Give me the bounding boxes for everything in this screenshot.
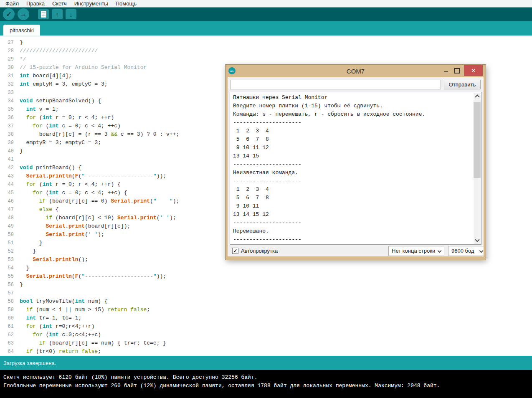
line-number: 53	[0, 256, 16, 264]
serial-output-line: ---------------------	[233, 219, 473, 227]
code-text: bool tryMoveTile(int num) {	[16, 297, 108, 306]
code-text: Serial.print(board[r][c]);	[16, 222, 130, 231]
save-sketch-button[interactable]: ↓	[66, 9, 76, 19]
open-sketch-button[interactable]: ↑	[52, 9, 63, 19]
code-text: ////////////////////////	[16, 47, 98, 55]
line-number: 31	[0, 72, 16, 80]
line-number: 45	[0, 189, 16, 197]
autoscroll-checkbox[interactable]: ✓	[232, 248, 238, 254]
autoscroll-label: Автопрокрутка	[241, 248, 278, 254]
line-ending-select[interactable]: Нет конца строки	[388, 246, 444, 256]
code-text: int tr=-1, tc=-1;	[16, 314, 81, 322]
code-line-27: 27}	[0, 38, 532, 47]
console-line: Глобальные переменные используют 260 бай…	[3, 382, 532, 390]
serial-output-text: Пятнашки через Serial MonitorВведите ном…	[233, 94, 473, 243]
line-number: 59	[0, 306, 16, 314]
serial-scrollbar[interactable]	[474, 93, 481, 244]
serial-monitor-footer: ✓ Автопрокрутка Нет конца строки 9600 бо…	[228, 245, 484, 256]
verify-button[interactable]: ✓	[3, 8, 15, 20]
line-number: 34	[0, 97, 16, 105]
line-number: 51	[0, 239, 16, 247]
close-icon: ✕	[471, 67, 476, 74]
line-number: 56	[0, 281, 16, 289]
code-text	[16, 289, 20, 297]
serial-output-line: Команды: s - перемешать, r - сбросить в …	[233, 110, 473, 119]
line-number: 48	[0, 214, 16, 222]
serial-output-line: ---------------------	[233, 119, 473, 127]
line-number: 63	[0, 339, 16, 347]
code-text: int board[4][4];	[16, 72, 72, 80]
code-text: for (int c = 0; c < 4; ++c) {	[16, 189, 127, 197]
code-line-57: 57	[0, 289, 532, 297]
line-number: 33	[0, 89, 16, 97]
code-text: emptyR = 3; emptyC = 3;	[16, 139, 101, 147]
minimize-button[interactable]	[441, 65, 451, 76]
baud-rate-select[interactable]: 9600 бод	[448, 246, 484, 256]
send-button[interactable]: Отправить	[444, 80, 481, 89]
line-number: 49	[0, 222, 16, 231]
code-text: if (tr<0) return false;	[16, 347, 101, 356]
serial-output-line: Неизвестная команда.	[233, 169, 473, 177]
code-text: else {	[16, 205, 59, 214]
code-line-55: 55 Serial.println(F("-------------------…	[0, 272, 532, 281]
upload-button[interactable]: →	[18, 8, 29, 20]
chevron-down-icon	[438, 248, 442, 253]
line-number: 37	[0, 122, 16, 130]
code-line-58: 58bool tryMoveTile(int num) {	[0, 297, 532, 306]
code-text: */	[16, 55, 26, 63]
serial-output-line: 9 10 11	[233, 202, 473, 210]
menu-sketch[interactable]: Скетч	[48, 0, 71, 7]
scroll-down-arrow[interactable]	[474, 237, 481, 244]
line-number: 57	[0, 289, 16, 297]
menu-file[interactable]: Файл	[2, 0, 23, 7]
arrow-down-icon: ↓	[69, 11, 73, 18]
code-text: void setupBoardSolved() {	[16, 97, 101, 105]
code-text: for (int c = 0; c < 4; ++c)	[16, 122, 121, 130]
line-number: 46	[0, 197, 16, 205]
line-number: 42	[0, 164, 16, 172]
code-text	[16, 155, 20, 164]
line-number: 43	[0, 172, 16, 180]
menu-tools[interactable]: Инструменты	[71, 0, 112, 7]
serial-output-line: Пятнашки через Serial Monitor	[233, 94, 473, 102]
code-text: if (board[r][c] == num) { tr=r; tc=c; }	[16, 339, 166, 347]
code-text: void printBoard() {	[16, 164, 81, 172]
tab-label: pitnaschki	[10, 27, 34, 33]
code-text: }	[16, 239, 43, 247]
line-number: 47	[0, 205, 16, 214]
code-text: }	[16, 281, 23, 289]
code-text: for (int r = 0; r < 4; ++r)	[16, 114, 114, 122]
check-icon: ✓	[6, 10, 12, 19]
scroll-up-arrow[interactable]	[474, 93, 481, 100]
code-text: board[r][c] = (r == 3 && c == 3) ? 0 : v…	[16, 130, 179, 139]
serial-output-line: 13 14 15 12	[233, 210, 473, 219]
code-line-54: 54 }	[0, 264, 532, 272]
serial-monitor-titlebar[interactable]: COM7 ∞ ✕	[225, 65, 486, 77]
code-text	[16, 89, 20, 97]
arrow-up-icon: ↑	[56, 11, 59, 18]
line-number: 39	[0, 139, 16, 147]
serial-monitor-window: COM7 ∞ ✕ Отправить Пятнашки через Serial…	[225, 65, 486, 260]
code-text: }	[16, 147, 23, 155]
new-sketch-button[interactable]	[38, 9, 49, 19]
line-number: 61	[0, 322, 16, 331]
serial-input-field[interactable]	[230, 80, 441, 89]
line-number: 38	[0, 130, 16, 139]
code-line-60: 60 int tr=-1, tc=-1;	[0, 314, 532, 322]
close-button[interactable]: ✕	[464, 65, 483, 76]
serial-output-line: ---------------------	[233, 160, 473, 169]
line-number: 40	[0, 147, 16, 155]
serial-output-line: ---------------------	[233, 177, 473, 185]
code-line-28: 28////////////////////////	[0, 47, 532, 55]
serial-output-area[interactable]: Пятнашки через Serial MonitorВведите ном…	[230, 92, 481, 245]
menu-help[interactable]: Помощь	[112, 0, 140, 7]
serial-output-line: Перемешано.	[233, 227, 473, 236]
menu-edit[interactable]: Правка	[23, 0, 48, 7]
maximize-button[interactable]	[451, 65, 462, 76]
line-number: 50	[0, 231, 16, 239]
code-line-63: 63 if (board[r][c] == num) { tr=r; tc=c;…	[0, 339, 532, 347]
line-number: 58	[0, 297, 16, 306]
code-text: Serial.println(F("---------------------"…	[16, 172, 166, 180]
tab-pitnaschki[interactable]: pitnaschki	[3, 25, 40, 35]
scrollbar-thumb[interactable]	[474, 102, 481, 178]
